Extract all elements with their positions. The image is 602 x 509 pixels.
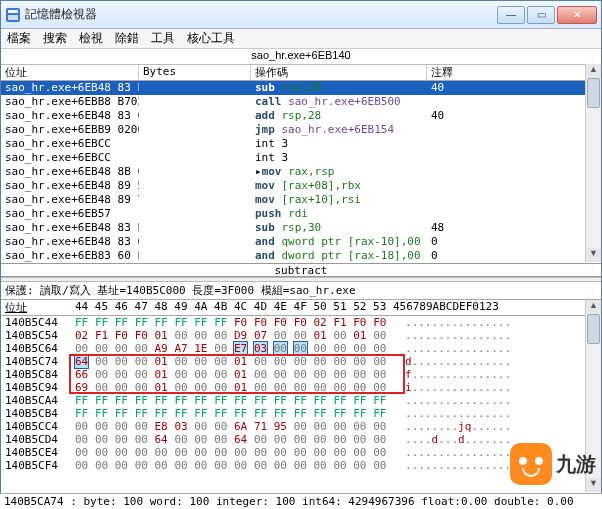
menu-view[interactable]: 檢視 [79,30,103,47]
close-button[interactable]: ✕ [557,6,597,24]
hex-row[interactable]: 140B5C44FF FF FF FF FF FF FF FF F0 F0 F0… [5,316,597,329]
disasm-row[interactable]: sao_hr.exe+6EBB9 02000000jmp sao_hr.exe+… [1,123,601,137]
col-opcode[interactable]: 操作碼 [251,65,427,80]
disassembly-panel: 位址 Bytes 操作碼 注釋 sao_hr.exe+6EB48 83 EC 2… [1,65,601,263]
menubar: 檔案 搜索 檢視 除錯 工具 核心工具 [1,29,601,49]
disasm-row[interactable]: sao_hr.exe+6EB48 89 70 10mov [rax+10],rs… [1,193,601,207]
hex-col-header: 44 45 46 47 48 49 4A 4B 4C 4D 4E 4F 50 5… [75,300,597,315]
disasm-row[interactable]: sao_hr.exe+6EBB8 B7030000call sao_hr.exe… [1,95,601,109]
svg-rect-2 [8,15,18,20]
window-title: 記憶體檢視器 [25,6,497,23]
svg-rect-1 [8,10,18,13]
disasm-rows[interactable]: sao_hr.exe+6EB48 83 EC 28sub rsp,2840sao… [1,81,601,263]
minimize-button[interactable]: — [497,6,525,24]
disasm-row[interactable]: sao_hr.exe+6EB48 83 EC 28sub rsp,2840 [1,81,601,95]
hex-row[interactable]: 140B5C8466 00 00 00 01 00 00 00 01 00 00… [5,368,597,381]
col-bytes[interactable]: Bytes [139,65,251,80]
disasm-row[interactable]: sao_hr.exe+6EBCCint 3 [1,151,601,165]
memory-info: 保護: 讀取/寫入 基址=140B5C000 長度=3F000 模組=sao_h… [1,282,601,300]
hex-header: 位址 44 45 46 47 48 49 4A 4B 4C 4D 4E 4F 5… [1,300,601,316]
menu-core[interactable]: 核心工具 [187,30,235,47]
hex-row[interactable]: 140B5C5402 F1 F0 F0 01 00 00 00 D9 07 00… [5,329,597,342]
disasm-row[interactable]: sao_hr.exe+6EBCCint 3 [1,137,601,151]
disasm-row[interactable]: sao_hr.exe+6EB57push rdi [1,207,601,221]
jiuyou-icon [510,443,552,485]
disasm-row[interactable]: sao_hr.exe+6EB48 83 EC 30sub rsp,3048 [1,221,601,235]
hex-addr-label[interactable]: 位址 [5,300,75,315]
col-address[interactable]: 位址 [1,65,139,80]
address-header: sao_hr.exe+6EB140 [1,49,601,65]
opcode-info: subtract [1,263,601,277]
disasm-row[interactable]: sao_hr.exe+6EB83 60 E8 00and dword ptr [… [1,249,601,263]
hex-row[interactable]: 140B5CB4FF FF FF FF FF FF FF FF FF FF FF… [5,407,597,420]
menu-file[interactable]: 檔案 [7,30,31,47]
status-bar: 140B5CA74 : byte: 100 word: 100 integer:… [0,493,602,509]
disasm-row[interactable]: sao_hr.exe+6EB48 83 C4 28add rsp,2840 [1,109,601,123]
disasm-row[interactable]: sao_hr.exe+6EB48 8B C4▸mov rax,rsp [1,165,601,179]
hex-row[interactable]: 140B5C9469 00 00 00 01 00 00 00 01 00 00… [5,381,597,394]
disasm-row[interactable]: sao_hr.exe+6EB48 83 60 F0 00and qword pt… [1,235,601,249]
disasm-row[interactable]: sao_hr.exe+6EB48 89 58 08mov [rax+08],rb… [1,179,601,193]
titlebar[interactable]: 記憶體檢視器 — ▭ ✕ [1,1,601,29]
watermark-logo: 九游 [510,443,596,485]
app-icon [5,7,21,23]
hex-row[interactable]: 140B5C7464 00 00 00 01 00 00 00 01 00 00… [5,355,597,368]
hex-row[interactable]: 140B5CA4FF FF FF FF FF FF FF FF FF FF FF… [5,394,597,407]
hex-row[interactable]: 140B5CD400 00 00 00 64 00 00 00 64 00 00… [5,433,597,446]
maximize-button[interactable]: ▭ [527,6,555,24]
menu-tools[interactable]: 工具 [151,30,175,47]
jiuyou-text: 九游 [556,451,596,478]
menu-debug[interactable]: 除錯 [115,30,139,47]
menu-search[interactable]: 搜索 [43,30,67,47]
disasm-scrollbar[interactable]: ▲ ▼ [585,64,601,262]
hex-row[interactable]: 140B5CC400 00 00 00 E8 03 00 00 6A 71 95… [5,420,597,433]
hex-row[interactable]: 140B5C6400 00 00 00 A9 A7 1E 00 E7 03 00… [5,342,597,355]
hex-row[interactable]: 140B5CF400 00 00 00 00 00 00 00 00 00 00… [5,459,597,472]
hex-row[interactable]: 140B5CE400 00 00 00 00 00 00 00 00 00 00… [5,446,597,459]
col-comment[interactable]: 注釋 [427,65,601,80]
disasm-header: 位址 Bytes 操作碼 注釋 [1,65,601,81]
